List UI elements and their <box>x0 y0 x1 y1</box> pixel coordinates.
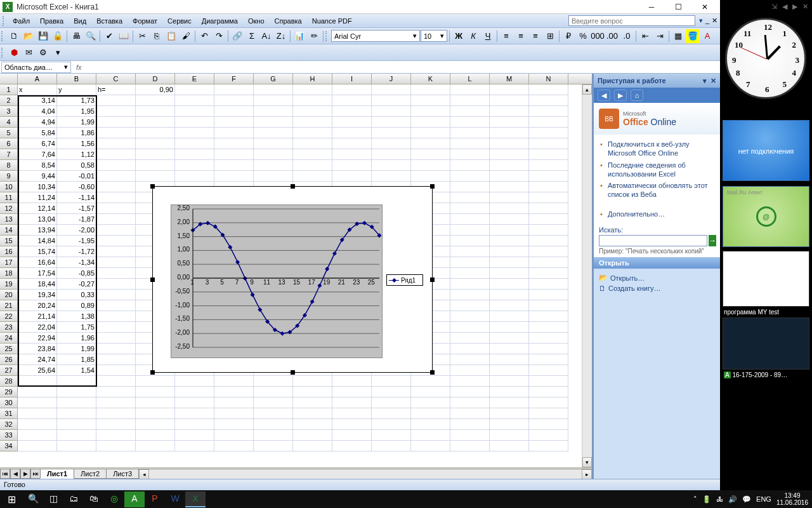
cell[interactable] <box>293 376 332 387</box>
cell[interactable] <box>490 311 529 322</box>
thumbnail-2[interactable] <box>723 318 809 370</box>
cell[interactable] <box>175 376 214 387</box>
col-header-K[interactable]: K <box>411 74 450 84</box>
cell[interactable] <box>96 268 136 279</box>
print-preview-icon[interactable]: 🔍 <box>84 29 98 43</box>
cut-icon[interactable]: ✂ <box>135 29 149 43</box>
increase-indent-icon[interactable]: ⇥ <box>653 29 667 43</box>
tab-last-icon[interactable]: ⏭ <box>30 469 41 479</box>
cell[interactable] <box>96 311 136 322</box>
cell[interactable] <box>372 419 411 430</box>
app-icon[interactable]: A <box>124 491 145 507</box>
cell[interactable]: y <box>57 84 96 95</box>
cell[interactable] <box>490 225 529 236</box>
cell[interactable] <box>529 290 568 300</box>
autosum-icon[interactable]: Σ <box>245 29 259 43</box>
dropdown-icon[interactable]: ▾ <box>51 46 65 60</box>
cell[interactable] <box>372 106 411 117</box>
currency-icon[interactable]: ₽ <box>561 29 575 43</box>
cell[interactable] <box>18 441 57 451</box>
cell[interactable] <box>96 279 136 290</box>
row-header[interactable]: 18 <box>0 268 18 279</box>
resize-handle[interactable] <box>430 370 435 375</box>
menu-Nuance PDF[interactable]: Nuance PDF <box>307 16 357 26</box>
cell[interactable] <box>529 95 568 106</box>
cell[interactable] <box>490 268 529 279</box>
resize-handle[interactable] <box>291 184 295 189</box>
cell[interactable] <box>136 171 175 182</box>
row-header[interactable]: 2 <box>0 95 18 106</box>
cell[interactable] <box>529 408 568 419</box>
store-icon[interactable]: 🛍 <box>84 491 104 507</box>
cell[interactable] <box>450 268 490 279</box>
cell[interactable] <box>96 149 136 160</box>
sheet-tab-Лист2[interactable]: Лист2 <box>74 469 107 479</box>
col-header-H[interactable]: H <box>293 74 332 84</box>
copy-icon[interactable]: ⎘ <box>150 29 164 43</box>
cell[interactable] <box>214 171 254 182</box>
tab-next-icon[interactable]: ▶ <box>20 469 30 479</box>
cell[interactable] <box>214 149 254 160</box>
cell[interactable] <box>18 376 57 387</box>
row-header[interactable]: 1 <box>0 84 18 95</box>
cell[interactable] <box>96 376 136 387</box>
cell[interactable] <box>96 354 136 365</box>
cell[interactable] <box>529 257 568 268</box>
sheet-tab-Лист1[interactable]: Лист1 <box>40 469 74 479</box>
doc-close-icon[interactable]: ✕ <box>712 17 717 25</box>
cell[interactable]: -0,27 <box>57 279 96 290</box>
row-header[interactable]: 33 <box>0 430 18 441</box>
cell[interactable] <box>136 95 175 106</box>
cell[interactable] <box>254 128 293 138</box>
comma-icon[interactable]: 000 <box>591 29 605 43</box>
cell[interactable] <box>450 95 490 106</box>
task-pane-link[interactable]: Подключиться к веб-узлу Microsoft Office… <box>599 138 715 159</box>
cell[interactable] <box>175 441 214 451</box>
resize-handle[interactable] <box>291 370 295 375</box>
cell[interactable] <box>411 398 450 408</box>
cell[interactable] <box>96 441 136 451</box>
cell[interactable] <box>490 171 529 182</box>
cell[interactable]: 16,64 <box>18 257 57 268</box>
close-icon[interactable]: ✕ <box>802 3 808 11</box>
cell[interactable]: 13,94 <box>18 225 57 236</box>
cell[interactable]: -0,01 <box>57 171 96 182</box>
cell[interactable]: 9,44 <box>18 171 57 182</box>
row-header[interactable]: 6 <box>0 138 18 149</box>
cell[interactable] <box>332 95 372 106</box>
cell[interactable] <box>214 430 254 441</box>
cell[interactable] <box>175 430 214 441</box>
cell[interactable] <box>450 290 490 300</box>
sheet-tab-Лист3[interactable]: Лист3 <box>106 469 139 479</box>
cell[interactable]: 1,56 <box>57 138 96 149</box>
minimize-button[interactable]: ─ <box>639 1 664 13</box>
cell[interactable] <box>411 138 450 149</box>
cell[interactable]: 22,94 <box>18 333 57 344</box>
cell[interactable] <box>490 149 529 160</box>
cell[interactable] <box>529 117 568 128</box>
tab-first-icon[interactable]: ⏮ <box>0 469 10 479</box>
cell[interactable] <box>254 398 293 408</box>
increase-decimal-icon[interactable]: .00 <box>605 29 619 43</box>
cell[interactable] <box>490 257 529 268</box>
cell[interactable] <box>293 430 332 441</box>
cell[interactable] <box>214 376 254 387</box>
row-header[interactable]: 9 <box>0 171 18 182</box>
cell[interactable] <box>293 398 332 408</box>
cell[interactable] <box>254 106 293 117</box>
row-header[interactable]: 27 <box>0 365 18 376</box>
cell[interactable] <box>450 419 490 430</box>
cell[interactable] <box>450 376 490 387</box>
formula-input[interactable] <box>86 62 720 73</box>
cell[interactable]: 1,99 <box>57 344 96 354</box>
cell[interactable] <box>96 365 136 376</box>
cell[interactable] <box>293 171 332 182</box>
cell[interactable] <box>254 171 293 182</box>
cell[interactable] <box>332 419 372 430</box>
cell[interactable] <box>450 149 490 160</box>
excel-icon[interactable]: X <box>185 491 206 507</box>
cell[interactable] <box>529 236 568 246</box>
cell[interactable] <box>372 430 411 441</box>
cell[interactable]: 1,85 <box>57 354 96 365</box>
row-header[interactable]: 29 <box>0 387 18 398</box>
